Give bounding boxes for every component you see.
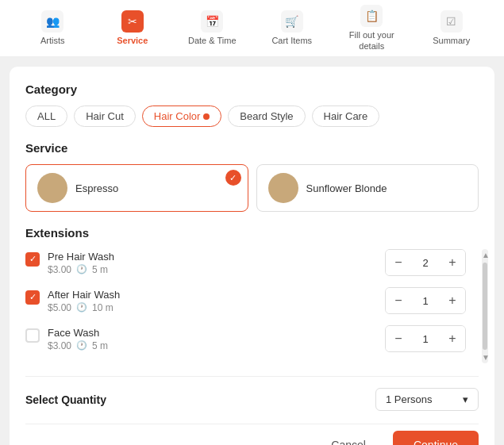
- scroll-up-arrow[interactable]: ▲: [482, 251, 488, 259]
- ext-info-pre: Pre Hair Wash $3.00 🕐 5 m: [48, 251, 114, 275]
- pre-hair-wash-name: Pre Hair Wash: [48, 251, 114, 263]
- pill-haircut[interactable]: Hair Cut: [74, 105, 136, 127]
- quantity-dropdown[interactable]: 1 Persons ▾: [375, 388, 479, 411]
- quantity-value: 1 Persons: [386, 393, 433, 405]
- nav-summary[interactable]: ☑ Summary: [412, 4, 492, 52]
- qty-stepper-after-hair-wash: − 1 +: [385, 287, 466, 314]
- pre-hair-wash-duration: 5 m: [92, 264, 108, 275]
- cart-icon: 🛒: [281, 10, 303, 33]
- pill-all[interactable]: ALL: [25, 105, 67, 127]
- ext-item-after-hair-wash: ✓ After Hair Wash $5.00 🕐 10 m − 1: [25, 287, 466, 314]
- nav-service[interactable]: ✂ Service: [93, 4, 173, 52]
- qty-increase-pre[interactable]: +: [440, 250, 465, 275]
- nav-details-label: Fill out your details: [343, 30, 401, 51]
- clock-icon-pre: 🕐: [76, 264, 87, 274]
- face-wash-price: $3.00: [48, 340, 71, 351]
- nav-summary-label: Summary: [433, 36, 470, 46]
- face-wash-duration: 5 m: [92, 340, 108, 351]
- scroll-track: ▲ ▼: [482, 249, 488, 363]
- clock-icon-face: 🕐: [76, 340, 87, 351]
- pill-haircut-label: Hair Cut: [86, 110, 124, 122]
- qty-val-pre: 2: [411, 257, 440, 269]
- ext-left-pre: ✓ Pre Hair Wash $3.00 🕐 5 m: [25, 251, 114, 275]
- chevron-down-icon: ▾: [463, 393, 468, 405]
- pill-beardstyle[interactable]: Beard Style: [228, 105, 305, 127]
- active-dot: [203, 113, 210, 120]
- pill-all-label: ALL: [37, 110, 56, 122]
- clock-icon-after: 🕐: [76, 302, 87, 313]
- nav-artists-label: Artists: [40, 36, 65, 46]
- qty-decrease-after[interactable]: −: [386, 288, 411, 313]
- nav-service-label: Service: [117, 36, 148, 46]
- qty-decrease-pre[interactable]: −: [386, 250, 411, 275]
- pre-hair-wash-meta: $3.00 🕐 5 m: [48, 264, 114, 275]
- main-panel: Category ALL Hair Cut Hair Color Beard S…: [10, 67, 494, 445]
- pill-haircare[interactable]: Hair Care: [312, 105, 380, 127]
- after-hair-wash-name: After Hair Wash: [48, 289, 120, 301]
- qty-val-after: 1: [411, 295, 440, 307]
- cancel-button[interactable]: Cancel: [314, 431, 383, 445]
- nav-details[interactable]: 📋 Fill out your details: [332, 0, 412, 58]
- scroll-down-arrow[interactable]: ▼: [482, 353, 488, 362]
- qty-stepper-face-wash: − 1 +: [385, 325, 466, 352]
- after-hair-wash-price: $5.00: [48, 302, 71, 313]
- select-quantity-row: Select Quantity 1 Persons ▾: [25, 388, 479, 411]
- espresso-avatar: [37, 173, 67, 203]
- service-cards-row: Espresso ✓ Sunflower Blonde: [25, 164, 479, 212]
- top-navigation: 👥 Artists ✂ Service 📅 Date & Time 🛒 Cart…: [0, 0, 504, 57]
- nav-cart-label: Cart Items: [271, 36, 312, 46]
- pill-haircolor-label: Hair Color: [154, 110, 201, 122]
- nav-datetime-label: Date & Time: [188, 36, 237, 46]
- artists-icon: 👥: [41, 10, 63, 33]
- divider: [25, 376, 479, 377]
- pill-beardstyle-label: Beard Style: [240, 110, 293, 122]
- qty-stepper-pre-hair-wash: − 2 +: [385, 249, 466, 276]
- service-icon: ✂: [121, 10, 144, 33]
- ext-info-after: After Hair Wash $5.00 🕐 10 m: [48, 289, 120, 313]
- nav-cart[interactable]: 🛒 Cart Items: [252, 4, 333, 52]
- ext-left-after: ✓ After Hair Wash $5.00 🕐 10 m: [25, 289, 120, 313]
- qty-increase-face[interactable]: +: [440, 326, 465, 351]
- sunflower-name: Sunflower Blonde: [306, 182, 387, 194]
- datetime-icon: 📅: [201, 10, 223, 33]
- category-pills: ALL Hair Cut Hair Color Beard Style Hair…: [25, 105, 479, 127]
- ext-left-face: Face Wash $3.00 🕐 5 m: [25, 327, 108, 351]
- select-quantity-label: Select Quantity: [25, 393, 106, 406]
- extensions-title: Extensions: [25, 226, 479, 240]
- qty-decrease-face[interactable]: −: [386, 326, 411, 351]
- qty-increase-after[interactable]: +: [440, 288, 465, 313]
- espresso-check: ✓: [225, 170, 241, 186]
- pre-hair-wash-price: $3.00: [48, 264, 71, 275]
- extensions-section: Extensions ✓ Pre Hair Wash $3.00 🕐 5 m: [25, 226, 479, 363]
- continue-button[interactable]: Continue: [393, 431, 479, 445]
- face-wash-name: Face Wash: [48, 327, 108, 339]
- ext-item-pre-hair-wash: ✓ Pre Hair Wash $3.00 🕐 5 m − 2: [25, 249, 466, 276]
- after-hair-wash-duration: 10 m: [92, 302, 113, 313]
- qty-val-face: 1: [411, 333, 440, 345]
- service-title: Service: [25, 141, 479, 155]
- scroll-thumb[interactable]: [483, 263, 487, 350]
- ext-checkbox-face-wash[interactable]: [25, 328, 40, 343]
- pill-haircolor[interactable]: Hair Color: [142, 105, 222, 127]
- footer-row: Cancel Continue: [25, 424, 479, 445]
- summary-icon: ☑: [441, 10, 463, 33]
- face-wash-meta: $3.00 🕐 5 m: [48, 340, 108, 351]
- nav-artists[interactable]: 👥 Artists: [13, 4, 93, 52]
- details-icon: 📋: [360, 5, 383, 27]
- sunflower-avatar: [268, 173, 298, 203]
- after-hair-wash-meta: $5.00 🕐 10 m: [48, 302, 120, 313]
- service-card-sunflower[interactable]: Sunflower Blonde: [256, 164, 479, 212]
- ext-item-face-wash: Face Wash $3.00 🕐 5 m − 1 +: [25, 325, 466, 352]
- extensions-list: ✓ Pre Hair Wash $3.00 🕐 5 m − 2: [25, 249, 466, 363]
- nav-datetime[interactable]: 📅 Date & Time: [172, 4, 252, 52]
- espresso-name: Espresso: [75, 182, 118, 194]
- ext-checkbox-pre-hair-wash[interactable]: ✓: [25, 252, 40, 267]
- service-card-espresso[interactable]: Espresso ✓: [25, 164, 248, 212]
- category-title: Category: [25, 82, 479, 96]
- ext-checkbox-after-hair-wash[interactable]: ✓: [25, 290, 40, 305]
- pill-haircare-label: Hair Care: [324, 110, 368, 122]
- ext-info-face: Face Wash $3.00 🕐 5 m: [48, 327, 108, 351]
